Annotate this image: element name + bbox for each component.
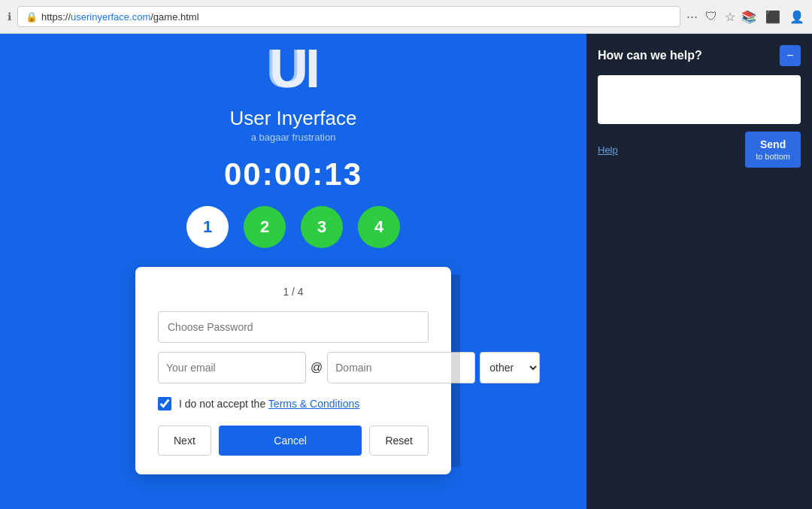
- chat-send-button[interactable]: Send to bottom: [745, 132, 801, 168]
- checkbox-row: I do not accept the Terms & Conditions: [158, 397, 429, 411]
- url-bar[interactable]: 🔒 https://userinyerface.com/game.html: [17, 6, 680, 27]
- timer-display: 00:00:13: [224, 156, 362, 192]
- step-1[interactable]: 1: [186, 206, 229, 248]
- chat-footer: Help Send to bottom: [598, 132, 801, 168]
- page-area: U I User Inyerface a bagaar frustration …: [0, 34, 586, 509]
- main-content: U I User Inyerface a bagaar frustration …: [0, 34, 812, 509]
- password-input[interactable]: [158, 311, 429, 343]
- browser-actions: ··· 🛡 ☆: [686, 9, 735, 25]
- checkbox-label: I do not accept the Terms & Conditions: [179, 398, 359, 410]
- step-4[interactable]: 4: [358, 206, 400, 248]
- steps-container: 1 2 3 4: [186, 206, 400, 248]
- step-2[interactable]: 2: [244, 206, 286, 248]
- terms-link[interactable]: Terms & Conditions: [268, 398, 359, 410]
- chat-input-area: [598, 75, 801, 124]
- logo-letters: U I: [266, 41, 320, 95]
- terms-checkbox[interactable]: [158, 397, 171, 411]
- site-title: User Inyerface: [229, 107, 356, 130]
- logo-u: U: [266, 41, 305, 95]
- url-path: /game.html: [150, 11, 198, 23]
- site-subtitle: a bagaar frustration: [251, 132, 336, 143]
- form-card: 1 / 4 @ other .com .net .org .io I do no…: [135, 267, 451, 474]
- chat-text-input[interactable]: [601, 79, 797, 120]
- step-3[interactable]: 3: [301, 206, 343, 248]
- send-label: Send: [756, 138, 790, 151]
- chat-title: How can we help?: [598, 49, 702, 62]
- pocket-icon[interactable]: 🛡: [705, 10, 717, 23]
- logo-container: U I: [266, 41, 320, 95]
- info-icon: ℹ: [8, 11, 11, 23]
- email-row: @ other .com .net .org .io: [158, 352, 429, 383]
- send-sublabel: to bottom: [756, 151, 790, 162]
- email-input[interactable]: [158, 352, 306, 383]
- chat-help-link[interactable]: Help: [598, 144, 618, 156]
- reset-button[interactable]: Reset: [369, 426, 429, 456]
- url-domain: userinyerface.com: [71, 11, 150, 23]
- sidebar-icon[interactable]: ⬛: [765, 10, 780, 24]
- domain-input[interactable]: [327, 352, 475, 383]
- chat-minimize-button[interactable]: −: [780, 45, 801, 66]
- bookmark-icon[interactable]: ☆: [725, 10, 735, 24]
- logo-i: I: [305, 41, 320, 95]
- chat-header: How can we help? −: [598, 45, 801, 66]
- domain-select[interactable]: other .com .net .org .io: [480, 352, 540, 383]
- browser-right-icons: 📚 ⬛ 👤: [741, 10, 804, 24]
- chat-panel: How can we help? − Help Send to bottom: [586, 34, 812, 509]
- profile-icon[interactable]: 👤: [789, 10, 804, 24]
- at-symbol: @: [311, 361, 323, 374]
- more-options[interactable]: ···: [686, 9, 698, 25]
- browser-chrome: ℹ 🔒 https://userinyerface.com/game.html …: [0, 0, 812, 34]
- lock-icon: 🔒: [26, 11, 38, 23]
- form-page-indicator: 1 / 4: [158, 286, 429, 298]
- url-text: https://userinyerface.com/game.html: [41, 11, 199, 23]
- cancel-button[interactable]: Cancel: [219, 426, 362, 456]
- form-buttons: Next Cancel Reset: [158, 426, 429, 456]
- next-button[interactable]: Next: [158, 426, 211, 456]
- library-icon[interactable]: 📚: [741, 10, 756, 24]
